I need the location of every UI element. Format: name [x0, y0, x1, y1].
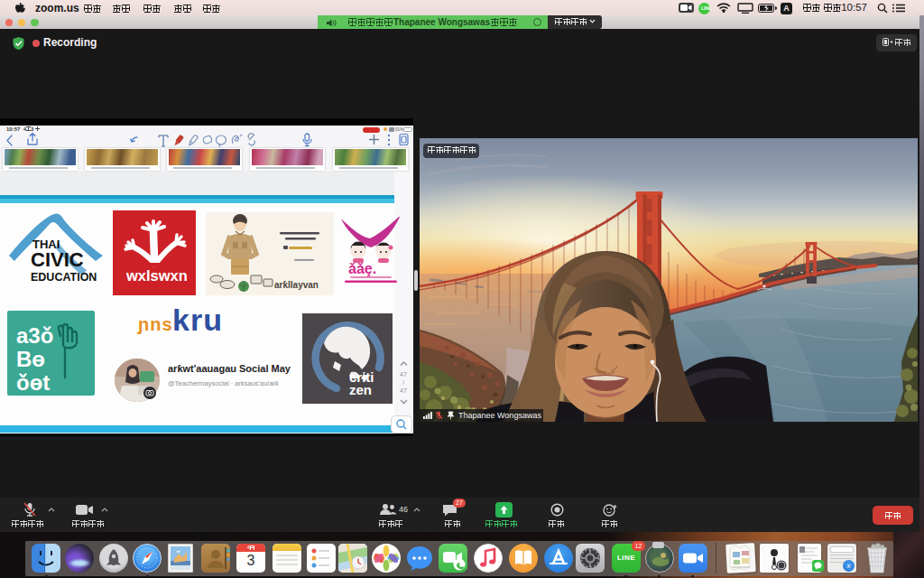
svg-text:Bɵ: Bɵ [16, 347, 45, 371]
svg-text:EDUCATION: EDUCATION [31, 271, 97, 284]
svg-text:ǎǎȩ.: ǎǎȩ. [348, 261, 376, 276]
svg-text:wxlswxn: wxlswxn [125, 267, 188, 284]
svg-text:a3ǒ: a3ǒ [16, 323, 53, 348]
svg-text:arƙllayvan: arƙllayvan [274, 280, 319, 290]
svg-text:zen: zen [349, 382, 372, 397]
svg-text:CIVIC: CIVIC [31, 248, 84, 271]
svg-text:ǒɵt: ǒɵt [16, 370, 50, 395]
